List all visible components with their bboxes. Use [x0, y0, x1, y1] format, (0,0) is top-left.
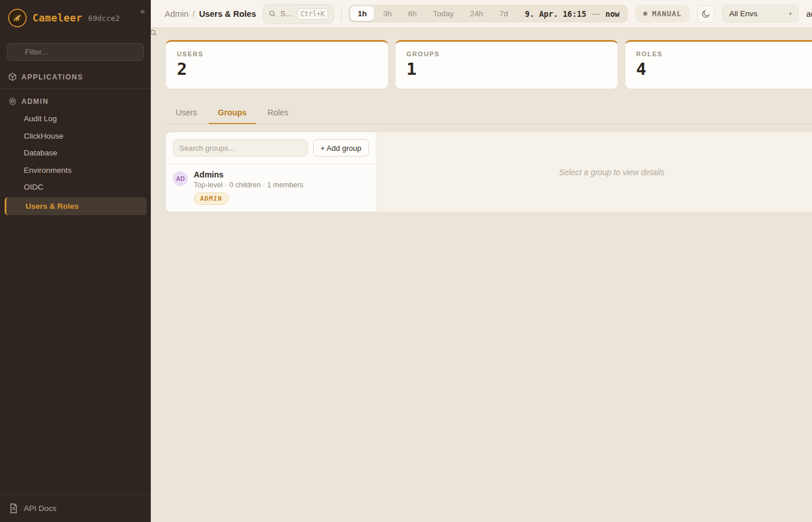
stat-label: ROLES — [636, 50, 812, 57]
group-details-panel: Select a group to view details — [376, 132, 812, 212]
refresh-mode-button[interactable]: MANUAL — [635, 5, 690, 23]
sidebar-item-database[interactable]: Database — [0, 144, 151, 162]
breadcrumb-admin[interactable]: Admin — [165, 9, 188, 19]
group-meta: Top-level · 0 children · 1 members — [194, 181, 303, 189]
time-range-3h[interactable]: 3h — [375, 6, 399, 21]
section-label: ADMIN — [21, 97, 49, 106]
top-bar: Admin / Users & Roles S… Ctrl+K 1h 3h 6h… — [151, 0, 812, 28]
group-name: Admins — [194, 170, 303, 179]
sidebar-section-admin[interactable]: ADMIN — [0, 91, 151, 110]
group-list-item[interactable]: AD Admins Top-level · 0 children · 1 mem… — [166, 164, 376, 211]
stat-label: GROUPS — [407, 50, 607, 57]
tabs: Users Groups Roles — [165, 103, 812, 124]
stat-label: USERS — [177, 50, 377, 57]
sidebar-collapse-icon[interactable]: « — [140, 6, 145, 16]
environment-select[interactable]: All Envs ▾ — [722, 5, 799, 23]
range-start-datetime[interactable]: 9. Apr. 16:15 — [517, 9, 591, 19]
api-docs-label: API Docs — [24, 504, 56, 513]
package-icon — [8, 72, 17, 81]
stat-card-groups: GROUPS 1 — [395, 40, 618, 89]
admin-nav: Audit Log ClickHouse Database Environmen… — [0, 110, 151, 216]
brand-header: Cameleer 69dcce2 — [0, 0, 151, 35]
stat-card-users: USERS 2 — [165, 40, 389, 89]
global-search-button[interactable]: S… Ctrl+K — [263, 4, 334, 24]
group-list: + Add group AD Admins Top-level · 0 chil… — [166, 132, 376, 212]
tab-users[interactable]: Users — [166, 103, 206, 124]
tab-roles[interactable]: Roles — [258, 103, 298, 124]
range-end[interactable]: now — [601, 9, 626, 19]
time-range-6h[interactable]: 6h — [400, 6, 424, 21]
range-separator: — — [592, 9, 600, 18]
cameleer-logo-icon — [8, 9, 27, 27]
sidebar-item-clickhouse[interactable]: ClickHouse — [0, 128, 151, 145]
sidebar-divider — [0, 88, 151, 89]
sidebar-item-audit-log[interactable]: Audit Log — [0, 110, 151, 128]
stat-value: 4 — [636, 59, 812, 79]
document-icon — [9, 503, 18, 513]
search-placeholder-text: S… — [280, 9, 293, 18]
sidebar-item-oidc[interactable]: OIDC — [0, 179, 151, 196]
sidebar-filter — [7, 43, 144, 61]
section-label: APPLICATIONS — [21, 73, 83, 81]
stat-value: 1 — [407, 59, 607, 79]
empty-state-text: Select a group to view details — [559, 168, 665, 177]
stats-row: USERS 2 GROUPS 1 ROLES 4 — [165, 40, 812, 89]
group-avatar: AD — [173, 171, 188, 186]
breadcrumb-separator: / — [193, 9, 195, 19]
time-range-selector: 1h 3h 6h Today 24h 7d 9. Apr. 16:15 — no… — [349, 5, 628, 23]
group-info: Admins Top-level · 0 children · 1 member… — [194, 170, 303, 205]
group-role-badge: ADMIN — [194, 193, 229, 205]
refresh-mode-label: MANUAL — [652, 9, 682, 18]
main-area: Admin / Users & Roles S… Ctrl+K 1h 3h 6h… — [151, 0, 812, 522]
theme-toggle-button[interactable] — [697, 5, 715, 23]
stat-card-roles: ROLES 4 — [625, 40, 812, 89]
gear-icon — [8, 97, 17, 106]
page-content: USERS 2 GROUPS 1 ROLES 4 Users Groups Ro… — [151, 28, 812, 522]
group-list-toolbar: + Add group — [166, 132, 376, 164]
search-shortcut-kbd: Ctrl+K — [297, 8, 328, 20]
breadcrumb-current: Users & Roles — [199, 9, 256, 19]
breadcrumb: Admin / Users & Roles — [165, 9, 256, 19]
api-docs-link[interactable]: API Docs — [0, 494, 151, 522]
tab-groups[interactable]: Groups — [209, 103, 256, 124]
search-icon — [269, 10, 276, 17]
time-range-1h[interactable]: 1h — [350, 6, 375, 21]
environment-selected-value: All Envs — [729, 9, 757, 18]
build-hash: 69dcce2 — [88, 14, 120, 23]
sidebar-item-environments[interactable]: Environments — [0, 162, 151, 179]
stat-value: 2 — [177, 59, 377, 79]
filter-input[interactable] — [7, 43, 144, 61]
sidebar-section-applications[interactable]: APPLICATIONS — [0, 67, 151, 86]
header-right-cluster: MANUAL All Envs ▾ admin AD — [635, 5, 812, 23]
time-range-today[interactable]: Today — [426, 6, 462, 21]
sidebar-item-users-roles[interactable]: Users & Roles — [5, 197, 147, 216]
username-label: admin — [806, 9, 812, 19]
brand-name: Cameleer — [32, 12, 82, 24]
time-range-24h[interactable]: 24h — [463, 6, 491, 21]
add-group-button[interactable]: + Add group — [313, 139, 369, 157]
groups-panel: + Add group AD Admins Top-level · 0 chil… — [165, 132, 812, 212]
sidebar: Cameleer 69dcce2 « APPLICATIONS ADMIN Au… — [0, 0, 151, 522]
time-range-7d[interactable]: 7d — [492, 6, 516, 21]
header-divider — [341, 6, 342, 21]
group-search-input[interactable] — [173, 139, 308, 157]
status-dot-icon — [643, 12, 647, 16]
chevron-down-icon: ▾ — [789, 10, 792, 17]
search-icon — [150, 29, 157, 37]
moon-icon — [701, 9, 710, 19]
